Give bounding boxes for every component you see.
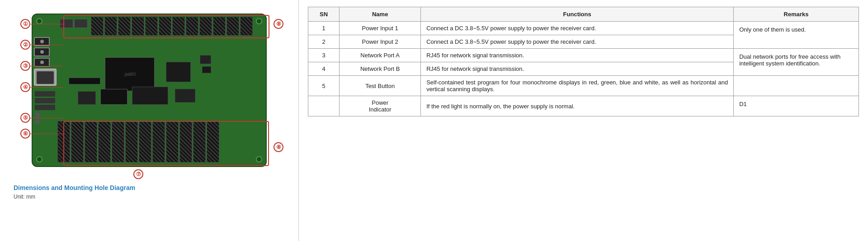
label-8-bottom: ⑧: [274, 142, 283, 152]
cell-remarks-5: [734, 76, 859, 96]
cell-name-5: Test Button: [340, 76, 421, 96]
dimensions-title: Dimensions and Mounting Hole Diagram: [14, 184, 285, 191]
col-header-name: Name: [340, 7, 421, 22]
label-1: ①: [20, 19, 30, 29]
dimensions-section: Dimensions and Mounting Hole Diagram Uni…: [14, 181, 285, 200]
specifications-table: SN Name Functions Remarks 1 Power Input …: [308, 7, 859, 116]
cell-name-2: Power Input 2: [340, 35, 421, 49]
right-panel: SN Name Functions Remarks 1 Power Input …: [298, 0, 868, 241]
cell-remarks-1-2: Only one of them is used.: [734, 22, 859, 49]
label-8-top: ⑧: [274, 19, 283, 29]
cell-name-6: PowerIndicator: [340, 96, 421, 116]
cell-sn-3: 3: [308, 49, 340, 62]
cell-func-3: RJ45 for network signal transmission.: [421, 49, 734, 62]
cell-func-1: Connect a DC 3.8~5.5V power supply to po…: [421, 22, 734, 35]
cell-func-5: Self-contained test program for four mon…: [421, 76, 734, 96]
label-5: ⑤: [20, 113, 30, 123]
table-row: PowerIndicator If the red light is norma…: [308, 96, 859, 116]
cell-func-6: If the red light is normally on, the pow…: [421, 96, 734, 116]
table-row: 3 Network Port A RJ45 for network signal…: [308, 49, 859, 62]
table-row: 5 Test Button Self-contained test progra…: [308, 76, 859, 96]
cell-sn-2: 2: [308, 35, 340, 49]
cell-sn-1: 1: [308, 22, 340, 35]
cell-sn-6: [308, 96, 340, 116]
cell-sn-5: 5: [308, 76, 340, 96]
col-header-remarks: Remarks: [734, 7, 859, 22]
cell-sn-4: 4: [308, 62, 340, 76]
label-6: ⑥: [20, 129, 30, 139]
col-header-functions: Functions: [421, 7, 734, 22]
cell-func-2: Connect a DC 3.8~5.5V power supply to po…: [421, 35, 734, 49]
table-row: 1 Power Input 1 Connect a DC 3.8~5.5V po…: [308, 22, 859, 35]
cell-remarks-3-4: Dual network ports for free access with …: [734, 49, 859, 76]
left-panel: JMBS: [0, 0, 298, 241]
pcb-board: JMBS: [32, 14, 267, 167]
cell-func-4: RJ45 for network signal transmission.: [421, 62, 734, 76]
board-diagram: JMBS: [18, 9, 280, 176]
cell-remarks-6: D1: [734, 96, 859, 116]
dimensions-unit: Unit: mm: [14, 194, 285, 200]
label-7: ⑦: [133, 169, 143, 179]
cell-name-4: Network Port B: [340, 62, 421, 76]
table-header-row: SN Name Functions Remarks: [308, 7, 859, 22]
col-header-sn: SN: [308, 7, 340, 22]
label-2: ②: [20, 40, 30, 50]
label-3: ③: [20, 61, 30, 71]
cell-name-1: Power Input 1: [340, 22, 421, 35]
cell-name-3: Network Port A: [340, 49, 421, 62]
label-4: ④: [20, 82, 30, 92]
